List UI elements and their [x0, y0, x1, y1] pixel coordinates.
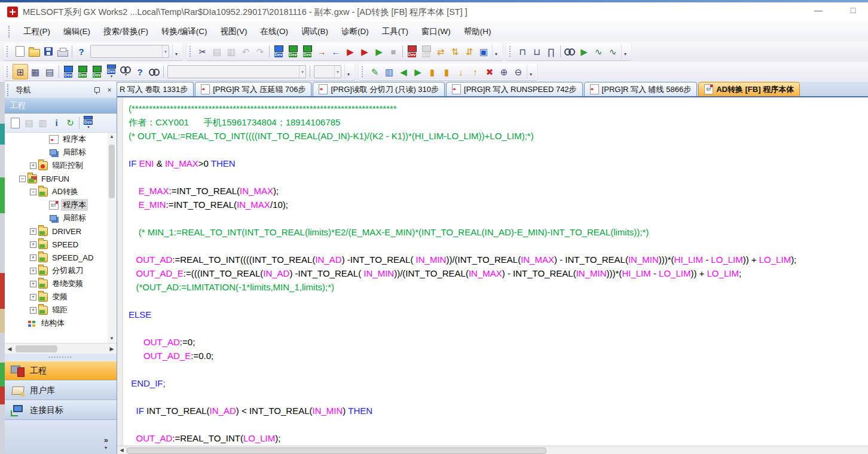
zoom-in-icon[interactable]: ⊕ — [497, 65, 511, 79]
device-ladder-icon[interactable]: Dev — [61, 65, 75, 79]
navigation-window-icon[interactable]: ⊞ — [13, 64, 28, 79]
toolbar-grip[interactable] — [362, 66, 365, 77]
online-write-icon[interactable]: ⇵ — [462, 44, 476, 59]
tree-vertical-scrollbar[interactable]: ▲ ▼ — [108, 133, 116, 343]
tree-item-SPEED_AD[interactable]: +SPEED_AD — [5, 251, 117, 264]
tree-item-程序本[interactable]: 程序本 — [5, 133, 117, 146]
scroll-down-icon[interactable]: ▼ — [108, 335, 116, 343]
toolbar-overflow-button[interactable]: ▾ — [621, 44, 629, 59]
toolbar-grip[interactable] — [7, 46, 10, 57]
scan-time-measure-icon[interactable]: ∿ — [591, 44, 606, 59]
write-to-plc-icon[interactable]: → — [314, 44, 329, 59]
menu-item-10[interactable]: 窗口(W) — [415, 24, 457, 39]
new-project-icon[interactable] — [13, 44, 27, 59]
function-block-list-icon[interactable]: ▦ — [28, 65, 42, 79]
work-window-icon[interactable]: ▤ — [42, 65, 57, 79]
device-display-format-icon[interactable]: Dev▾ — [104, 65, 118, 79]
tree-horizontal-scrollbar[interactable]: ◀ ▶ — [5, 343, 117, 354]
open-project-icon[interactable] — [27, 44, 41, 59]
jump-up-icon[interactable]: ↑ — [468, 65, 482, 79]
online-verify-icon[interactable]: ⇄ — [433, 44, 448, 59]
close-panel-icon[interactable]: × — [104, 85, 115, 96]
paste-icon[interactable]: ▥ — [224, 44, 239, 59]
redo-icon[interactable]: ↷ — [253, 44, 267, 59]
menu-item-4[interactable]: 转换/编译(C) — [155, 24, 214, 39]
help-2-icon[interactable]: ? — [133, 65, 147, 79]
tree-item-AD转换[interactable]: −AD转换 — [5, 185, 117, 198]
monitor-stop-icon[interactable]: ■ — [386, 44, 401, 59]
expand-icon[interactable]: + — [30, 268, 36, 274]
pulse-execution-icon[interactable]: ∏ — [544, 44, 558, 59]
menu-item-5[interactable]: 视图(V) — [214, 24, 254, 39]
jump-down-icon[interactable]: ↓ — [454, 65, 468, 79]
device-batch-icon[interactable]: Dev — [90, 65, 104, 79]
scrollbar-thumb[interactable] — [16, 345, 57, 352]
document-tab[interactable]: [PRG]R 写入 压延辊 706步 — [195, 82, 311, 96]
forced-input-on-icon[interactable]: ⊓ — [515, 44, 530, 59]
page-combo[interactable]: ▾ — [314, 65, 341, 78]
toolbar-grip[interactable] — [7, 66, 10, 77]
expand-icon[interactable]: + — [30, 162, 36, 169]
scroll-left-icon[interactable]: ◀ — [117, 446, 127, 454]
document-tab[interactable]: R 写入 卷取 1331步 — [117, 82, 194, 96]
sort-filter-icon[interactable]: Dev▾ — [81, 116, 95, 130]
menu-item-9[interactable]: 工具(T) — [375, 24, 415, 39]
help-icon[interactable]: ? — [74, 44, 88, 59]
find-previous-icon[interactable]: ◀ — [396, 65, 411, 79]
device-monitor-icon[interactable]: Dev — [286, 44, 300, 59]
scroll-left-icon[interactable]: ◀ — [5, 343, 14, 354]
view-button-工程[interactable]: 工程 — [5, 361, 117, 381]
panel-splitter[interactable]: ▪▪▪▪▪▪▪▪▪ — [5, 354, 117, 361]
cross-reference-icon[interactable] — [147, 65, 161, 79]
device-table-icon[interactable]: Dev — [75, 65, 90, 79]
save-project-icon[interactable] — [41, 44, 56, 59]
expand-icon[interactable]: + — [30, 281, 36, 287]
pc-communication-icon[interactable]: ▣ — [476, 44, 491, 59]
configure-buttons-arrow-icon[interactable]: ▾ — [105, 445, 107, 450]
tree-item-局部标[interactable]: 局部标 — [5, 211, 117, 225]
scrollbar-thumb[interactable] — [127, 447, 546, 454]
expand-icon[interactable]: + — [30, 294, 36, 300]
view-button-连接目标[interactable]: 连接目标 — [5, 400, 117, 420]
more-buttons-chevron-icon[interactable]: » — [104, 435, 108, 444]
tree-item-卷绕变频[interactable]: +卷绕变频 — [5, 277, 117, 290]
tree-item-局部标[interactable]: 局部标 — [5, 146, 117, 159]
tree-item-辊距[interactable]: +辊距 — [5, 303, 117, 317]
toolbar-grip[interactable] — [509, 46, 513, 57]
document-tab[interactable]: [PRG]R 写入 RUNSPEED 742步 — [446, 82, 583, 96]
menu-item-8[interactable]: 诊断(D) — [335, 24, 375, 39]
device-display-icon[interactable]: Dev — [405, 44, 419, 59]
paste-data-icon[interactable]: ▥ — [36, 116, 50, 130]
device-display-2-icon[interactable]: Dev — [419, 44, 433, 59]
device-test-window-icon[interactable] — [563, 44, 577, 59]
refresh-view-icon[interactable]: ↻ — [63, 116, 77, 130]
tree-item-变频[interactable]: +变频 — [5, 290, 117, 303]
device-comment-icon[interactable]: Dev — [271, 44, 286, 59]
menu-item-7[interactable]: 调试(B) — [295, 24, 335, 39]
menu-item-11[interactable]: 帮助(H) — [457, 24, 498, 39]
project-combo[interactable]: ▾ — [90, 45, 169, 58]
editor-horizontal-scrollbar[interactable]: ◀ — [117, 446, 868, 454]
pin-icon[interactable] — [91, 85, 102, 96]
collapse-icon[interactable]: − — [30, 189, 36, 195]
menu-grip[interactable] — [8, 26, 12, 38]
collapse-icon[interactable]: − — [19, 176, 26, 182]
remote-operation-icon[interactable]: ⇅ — [448, 44, 462, 59]
find-device-icon[interactable]: ▾ — [118, 65, 133, 79]
menu-item-6[interactable]: 在线(O) — [254, 24, 295, 39]
find-next-icon[interactable]: ▶ — [411, 65, 425, 79]
cut-icon[interactable]: ✂ — [195, 44, 210, 59]
forced-input-off-icon[interactable]: ⊔ — [530, 44, 544, 59]
expand-icon[interactable]: + — [30, 307, 36, 314]
menu-item-1[interactable]: 工程(P) — [17, 24, 57, 39]
toolbar-overflow-button[interactable]: ▾ — [492, 44, 500, 59]
bookmark-list-icon[interactable]: ▮ — [439, 65, 454, 79]
toolbar-grip[interactable] — [190, 46, 193, 57]
toolbar-overflow-button[interactable]: ▾ — [527, 65, 534, 79]
undo-icon[interactable]: ↶ — [239, 44, 253, 59]
watch-combo[interactable]: ▾ — [167, 65, 306, 78]
document-tab[interactable]: [PRG]读取 分切刀 (只读) 310步 — [313, 82, 445, 96]
monitor-write-icon[interactable]: ▶ — [357, 44, 372, 59]
minimize-button[interactable]: — — [808, 4, 829, 18]
expand-icon[interactable]: + — [30, 228, 36, 235]
